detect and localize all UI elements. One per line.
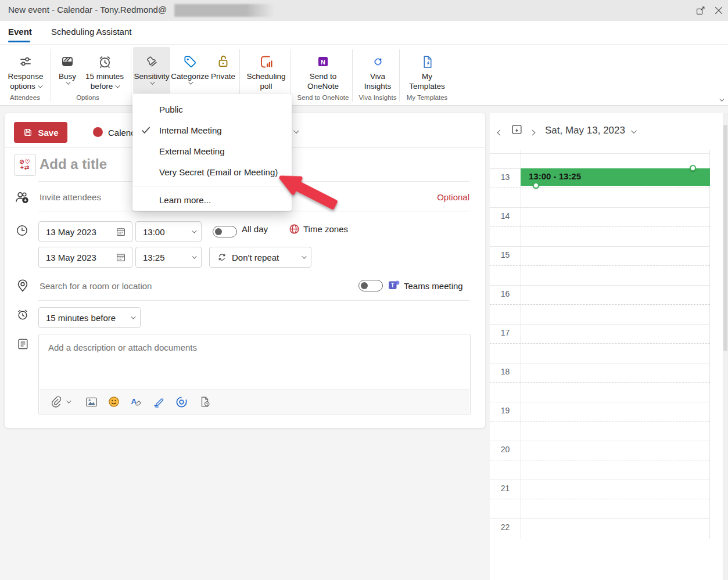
end-time-field[interactable]: 13:25 <box>135 247 202 268</box>
location-pin-icon <box>16 278 30 292</box>
start-date-field[interactable]: 13 May 2023 <box>38 221 132 242</box>
ribbon-collapse-icon[interactable] <box>719 96 724 101</box>
ribbon-divider <box>131 49 131 102</box>
location-input[interactable]: Search for a room or location <box>40 281 152 291</box>
hour-label: 13 <box>490 172 521 182</box>
reminder-ribbon-button[interactable]: 15 minutes before <box>81 47 128 93</box>
clear-formatting-icon[interactable]: A <box>130 395 143 411</box>
scrollbar-thumb[interactable] <box>723 125 727 351</box>
hour-label: 21 <box>490 484 521 493</box>
save-button[interactable]: Save <box>14 122 67 143</box>
description-box: Add a description or attach documents <box>38 334 471 415</box>
hour-grid-line <box>490 363 710 363</box>
chevron-down-icon <box>115 83 120 88</box>
event-resize-handle-bottom[interactable] <box>533 182 539 189</box>
private-button[interactable]: Private <box>209 47 237 93</box>
group-label-attendees: Attendees <box>2 94 48 101</box>
group-label-send-to-onenote: Send to OneNote <box>291 94 355 101</box>
hour-grid-line <box>490 480 710 480</box>
calendar-color-dot <box>93 127 103 137</box>
send-availability-icon[interactable] <box>199 395 211 410</box>
day-view-panel: Sat, May 13, 2023 13141516171819202122 1… <box>490 113 728 580</box>
check-icon <box>140 124 152 136</box>
optional-attendees-link[interactable]: Optional <box>376 192 469 202</box>
ribbon-divider <box>51 49 51 102</box>
sensitivity-option-1[interactable]: Internal Meeting <box>132 120 292 141</box>
hour-grid-line <box>490 402 710 402</box>
insert-image-icon[interactable] <box>85 395 98 411</box>
calendar-selector-chevron-icon[interactable] <box>293 128 299 134</box>
hour-grid-line <box>490 518 710 519</box>
hour-label: 18 <box>490 367 521 376</box>
draw-pen-icon[interactable] <box>152 395 166 411</box>
grid-line <box>709 150 710 539</box>
viva-insights-button[interactable]: Viva Insights <box>354 47 401 93</box>
redacted-email-domain <box>174 4 274 17</box>
sliders-icon <box>18 52 33 71</box>
busy-status-button[interactable]: Busy <box>53 47 81 93</box>
learn-more-menu-item[interactable]: Learn more... <box>132 190 292 210</box>
end-date-field[interactable]: 13 May 2023 <box>38 247 132 268</box>
attach-file-icon[interactable] <box>50 395 63 410</box>
sensitivity-option-3[interactable]: Very Secret (Email or Meeting) <box>132 161 292 182</box>
tab-scheduling-assistant[interactable]: Scheduling Assistant <box>51 27 131 37</box>
stamp-icon <box>144 52 160 71</box>
day-view-date[interactable]: Sat, May 13, 2023 <box>545 125 625 136</box>
attach-chevron-icon[interactable] <box>66 398 71 403</box>
date-picker-icon[interactable] <box>116 252 126 262</box>
calendar-event-block[interactable]: 13:00 - 13:25 <box>521 168 710 186</box>
chevron-down-icon <box>302 254 306 258</box>
half-hour-grid-line <box>490 343 710 344</box>
half-hour-grid-line <box>490 265 710 266</box>
hour-label: 15 <box>490 250 521 260</box>
start-time-field[interactable]: 13:00 <box>135 221 202 242</box>
response-options-button[interactable]: Response options <box>2 47 49 93</box>
busy-icon <box>60 52 75 71</box>
repeat-dropdown[interactable]: Don't repeat <box>209 247 311 268</box>
invite-attendees-input[interactable]: Invite attendees <box>40 192 101 202</box>
title-input[interactable]: Add a title <box>40 156 107 172</box>
repeat-icon <box>217 252 227 262</box>
date-picker-icon[interactable] <box>116 226 126 237</box>
previous-day-icon[interactable] <box>498 127 502 137</box>
hour-label: 17 <box>490 328 521 337</box>
event-resize-handle-top[interactable] <box>690 165 696 171</box>
sensitivity-menu-items: PublicInternal MeetingExternal MeetingVe… <box>132 99 292 182</box>
loop-component-icon[interactable] <box>175 395 188 411</box>
popout-icon[interactable] <box>695 5 706 16</box>
hour-label: 20 <box>490 445 521 454</box>
half-hour-grid-line <box>490 226 710 227</box>
hour-label: 14 <box>490 211 521 221</box>
tab-row: Event Scheduling Assistant <box>0 21 728 44</box>
reminder-dropdown[interactable]: 15 minutes before <box>38 307 141 328</box>
send-to-onenote-button[interactable]: N Send to OneNote <box>295 47 351 93</box>
chevron-down-icon <box>131 314 135 319</box>
sensitivity-option-0[interactable]: Public <box>132 99 292 120</box>
sensitivity-button[interactable]: Sensitivity <box>133 47 170 93</box>
my-templates-button[interactable]: My Templates <box>402 47 452 93</box>
description-input[interactable]: Add a description or attach documents <box>48 343 197 352</box>
hour-grid-line <box>490 285 710 286</box>
emoji-icon[interactable] <box>107 395 120 410</box>
all-day-label: All day <box>242 224 268 234</box>
invite-attendees-icon <box>14 189 30 205</box>
scheduling-poll-button[interactable]: Scheduling poll <box>242 47 291 93</box>
viva-insights-icon <box>371 52 385 71</box>
sensitivity-option-2[interactable]: External Meeting <box>132 141 292 161</box>
close-icon[interactable] <box>713 5 725 16</box>
event-icon-picker[interactable]: ⊘♡ +⇄ <box>14 154 36 176</box>
ribbon: Response options Busy 15 minutes before <box>0 44 728 106</box>
categorize-button[interactable]: Categorize <box>171 47 209 93</box>
go-to-today-icon[interactable] <box>511 123 523 136</box>
description-icon <box>16 337 30 351</box>
alarm-clock-icon <box>97 52 113 71</box>
divider <box>38 211 469 211</box>
next-day-icon[interactable] <box>530 127 535 137</box>
teams-icon: T <box>387 278 401 292</box>
half-hour-grid-line <box>490 460 710 460</box>
time-zones-link[interactable]: Time zones <box>303 224 348 234</box>
tab-event[interactable]: Event <box>8 27 32 37</box>
all-day-toggle[interactable] <box>213 226 237 237</box>
teams-meeting-toggle[interactable] <box>358 280 383 291</box>
date-dropdown-chevron-icon[interactable] <box>631 128 637 134</box>
